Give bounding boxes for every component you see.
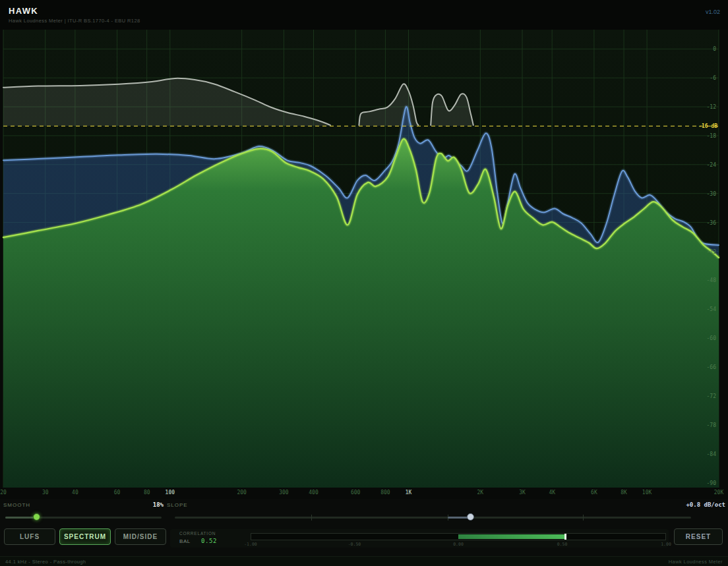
- correlation-meter: [251, 533, 666, 540]
- header: HAWK Hawk Loudness Meter | ITU-R BS.1770…: [0, 0, 728, 30]
- db-tick-label: -6: [710, 75, 716, 81]
- db-tick-label: -42: [707, 249, 717, 255]
- bottom-bar: LUFS SPECTRUM MID/SIDE CORRELATION BAL0.…: [0, 528, 728, 551]
- freq-tick-label: 800: [380, 490, 390, 495]
- freq-tick-label: 400: [309, 490, 318, 495]
- freq-tick-label: 2K: [477, 490, 483, 495]
- freq-tick-label: 20: [0, 490, 7, 495]
- freq-tick-label: 60: [114, 490, 121, 495]
- reset-button[interactable]: RESET: [674, 528, 723, 545]
- slope-value: +0.8 dB/oct: [657, 501, 725, 508]
- smooth-slider-fill: [5, 517, 36, 519]
- spectrum-analyzer-display: -16 dB0-6-12-18-24-30-36-42-48-54-60-66-…: [0, 30, 728, 499]
- db-tick-label: -78: [707, 422, 717, 428]
- target-line-label: -16 dB: [698, 123, 717, 129]
- smooth-slider[interactable]: [5, 513, 162, 522]
- db-tick-label: -60: [707, 335, 717, 341]
- freq-tick-label: 6K: [591, 490, 597, 495]
- db-tick-label: -84: [707, 451, 717, 457]
- slope-label: SLOPE: [167, 502, 188, 508]
- freq-tick-label: 8K: [621, 490, 627, 495]
- db-tick-label: -12: [707, 104, 717, 110]
- freq-tick-label: 10K: [642, 490, 652, 495]
- db-tick-label: -72: [707, 393, 717, 399]
- status-right: Hawk Loudness Meter: [669, 559, 723, 565]
- app-title: HAWK: [9, 6, 38, 16]
- controls-bar: SMOOTH 18% SLOPE +0.8 dB/oct: [0, 499, 728, 528]
- slope-tick: [311, 515, 312, 521]
- version-label: v1.02: [706, 9, 720, 15]
- freq-tick-label: 20K: [714, 490, 724, 495]
- db-tick-label: -36: [707, 220, 717, 226]
- db-tick-label: 0: [713, 46, 716, 52]
- correlation-title: CORRELATION: [179, 531, 216, 536]
- correlation-scale-label: 1.00: [661, 542, 671, 547]
- app-subtitle: Hawk Loudness Meter | ITU-R BS.1770-4 - …: [9, 18, 140, 24]
- smooth-value: 18%: [124, 501, 164, 508]
- status-bar: 44.1 kHz - Stereo - Pass-through Hawk Lo…: [0, 556, 728, 566]
- freq-tick-label: 300: [279, 490, 289, 495]
- spectrum-svg: -16 dB0-6-12-18-24-30-36-42-48-54-60-66-…: [0, 30, 728, 499]
- smooth-label: SMOOTH: [3, 502, 30, 508]
- balance-value: 0.52: [201, 538, 217, 544]
- db-tick-label: -54: [707, 306, 717, 312]
- db-tick-label: -66: [707, 364, 717, 370]
- mid-side-button[interactable]: MID/SIDE: [115, 528, 166, 545]
- slope-slider[interactable]: [175, 513, 691, 522]
- smooth-slider-knob[interactable]: [33, 513, 40, 521]
- db-tick-label: -48: [707, 277, 717, 283]
- status-left: 44.1 kHz - Stereo - Pass-through: [5, 559, 86, 565]
- freq-tick-label: 40: [72, 490, 78, 495]
- freq-tick-label: 600: [351, 490, 361, 495]
- db-tick-label: -24: [707, 162, 717, 168]
- slope-slider-track[interactable]: [175, 517, 691, 519]
- db-tick-label: -30: [707, 191, 717, 197]
- freq-tick-label: 4K: [549, 490, 555, 495]
- correlation-bar-cap: [564, 534, 566, 540]
- freq-tick-label: 80: [144, 490, 150, 495]
- freq-tick-label: 1K: [406, 490, 412, 495]
- db-tick-label: -90: [707, 480, 717, 486]
- slope-tick: [583, 515, 584, 521]
- balance-label: BAL: [179, 538, 191, 544]
- db-tick-label: -18: [707, 133, 717, 139]
- freq-tick-label: 200: [237, 490, 247, 495]
- correlation-scale-label: -1.00: [244, 542, 257, 547]
- correlation-scale-label: -0.50: [348, 542, 361, 547]
- freq-tick-label: 30: [42, 490, 49, 495]
- slope-slider-knob[interactable]: [467, 513, 474, 521]
- freq-tick-label: 100: [166, 490, 175, 495]
- hawk-loudness-meter-window: HAWK Hawk Loudness Meter | ITU-R BS.1770…: [0, 0, 728, 566]
- lufs-button[interactable]: LUFS: [4, 528, 55, 545]
- correlation-bar: [458, 534, 566, 539]
- correlation-scale-label: 0.50: [557, 542, 568, 547]
- freq-tick-label: 3K: [519, 490, 526, 495]
- balance-readout: BAL0.52: [179, 538, 217, 544]
- spectrum-button[interactable]: SPECTRUM: [59, 528, 111, 545]
- correlation-scale-label: 0.00: [453, 542, 464, 547]
- correlation-panel: CORRELATION BAL0.52 -1.00-0.500.000.501.…: [170, 529, 669, 548]
